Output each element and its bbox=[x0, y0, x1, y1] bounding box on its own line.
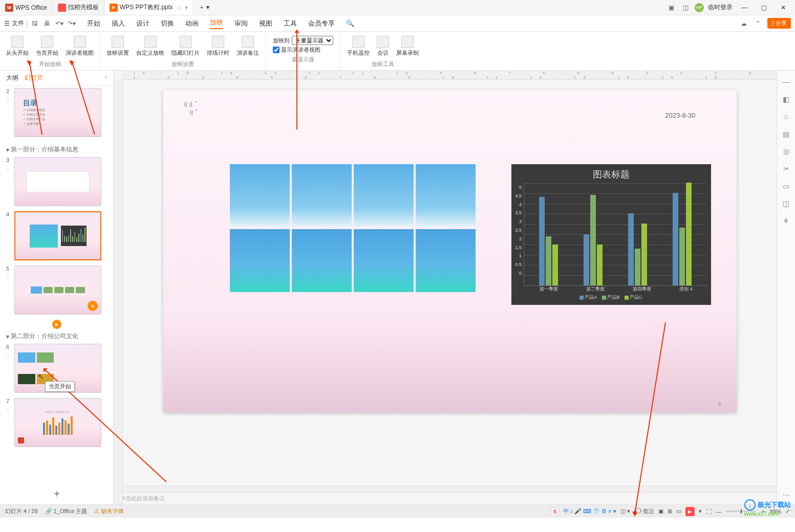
tab-wps[interactable]: WWPS Office bbox=[0, 1, 53, 15]
sp-layer-icon[interactable]: ◫ bbox=[781, 198, 791, 209]
star-icon[interactable]: ☆ bbox=[6, 166, 10, 172]
birds-decoration: 𐐒 𐐒 ˇ 𐐒 ˇ bbox=[184, 100, 198, 117]
wps-logo-icon: W bbox=[5, 4, 13, 12]
minimize-button[interactable]: — bbox=[737, 1, 752, 15]
sp-minus-icon[interactable]: — bbox=[781, 77, 791, 87]
fit-icon[interactable]: ⛶ bbox=[706, 508, 712, 515]
section-header-2[interactable]: ▾ 第二部分：介绍公司文化 bbox=[4, 329, 109, 344]
star-icon[interactable]: ☆ bbox=[6, 97, 10, 103]
star-icon[interactable]: ☆ bbox=[6, 220, 10, 226]
status-note-icon[interactable]: ◫ ▾ bbox=[620, 508, 630, 515]
ime-lang[interactable]: 中 ♪ 🎤 ⌨ 👕 ⚙ ≡ ▾ bbox=[563, 507, 616, 515]
cube-icon[interactable]: ◫ bbox=[680, 3, 691, 13]
slides-tab[interactable]: 幻灯片 bbox=[25, 74, 43, 82]
menu-view[interactable]: 视图 bbox=[259, 19, 272, 28]
slide-canvas[interactable]: 𐐒 𐐒 ˇ 𐐒 ˇ 2023-8-30 图表标题 54.543.532.521.… bbox=[163, 90, 737, 412]
sp-favorite-icon[interactable]: ☆ bbox=[781, 112, 791, 122]
image-grid[interactable] bbox=[230, 164, 476, 292]
file-menu[interactable]: 文件 bbox=[12, 19, 24, 28]
menu-animation[interactable]: 动画 bbox=[185, 19, 199, 28]
presenter-view-button[interactable]: 演讲者视图 bbox=[62, 34, 97, 59]
menu-member[interactable]: 会员专享 bbox=[308, 19, 335, 28]
maximize-button[interactable]: ▢ bbox=[756, 1, 771, 15]
sp-more-icon[interactable]: ⋯ bbox=[781, 490, 791, 500]
print-icon[interactable]: 🖶 bbox=[42, 18, 52, 29]
status-theme[interactable]: 🔗 1_Office 主题 bbox=[45, 507, 88, 515]
menu-transition[interactable]: 切换 bbox=[161, 19, 174, 28]
play-from-start-button[interactable]: 从头开始 bbox=[3, 34, 32, 59]
presenter-notes-button[interactable]: 演讲备注 bbox=[233, 34, 262, 59]
phone-remote-button[interactable]: 手机遥控 bbox=[344, 34, 373, 59]
menu-icon[interactable]: ☰ bbox=[4, 20, 10, 27]
play-dropdown-icon[interactable]: ▾ bbox=[699, 508, 702, 515]
add-slide-icon[interactable]: + bbox=[88, 301, 98, 311]
sp-resource-icon[interactable]: ◎ bbox=[781, 146, 791, 157]
status-missing-font[interactable]: ⚠ 缺失字体 bbox=[94, 507, 123, 515]
ime-icon[interactable]: S bbox=[551, 507, 558, 516]
star-icon[interactable]: ☆ bbox=[6, 407, 10, 413]
menu-review[interactable]: 审阅 bbox=[234, 19, 248, 28]
show-presenter-checkbox[interactable]: 显示演讲者视图 bbox=[273, 46, 333, 54]
chevron-down-icon[interactable]: ▾ bbox=[185, 4, 188, 11]
slideshow-settings-button[interactable]: 放映设置 bbox=[103, 34, 132, 59]
tab-document[interactable]: PWPS PPT教程.pptx○▾ bbox=[104, 1, 194, 15]
search-icon[interactable]: 🔍 bbox=[346, 19, 354, 27]
ribbon-group-tools: 放映工具 bbox=[372, 60, 394, 68]
redo-icon[interactable]: ↷▾ bbox=[67, 18, 77, 29]
close-button[interactable]: ✕ bbox=[776, 1, 791, 15]
sp-share-icon[interactable]: ⚘ bbox=[781, 216, 791, 226]
save-icon[interactable]: 🖫 bbox=[30, 18, 40, 29]
slides-list[interactable]: 2☆ 目录✓ 介绍基本信息✓ 介绍公司文化✓ 介绍合作产品✓ 合作方案 ▾ 第一… bbox=[0, 86, 113, 482]
view-normal-icon[interactable]: ▣ bbox=[658, 508, 663, 515]
outline-tab[interactable]: 大纲 bbox=[6, 74, 18, 82]
play-from-current-button[interactable]: 当页开始 bbox=[33, 34, 61, 59]
view-sorter-icon[interactable]: ⊞ bbox=[668, 508, 672, 515]
custom-slideshow-button[interactable]: 自定义放映 bbox=[133, 34, 167, 59]
meeting-icon bbox=[377, 36, 389, 48]
sp-design-icon[interactable]: ◧ bbox=[781, 94, 791, 104]
zoom-out-icon[interactable]: — bbox=[716, 508, 721, 515]
meeting-button[interactable]: 会议 bbox=[374, 34, 392, 59]
screen-record-button[interactable]: 屏幕录制 bbox=[393, 34, 422, 59]
menu-design[interactable]: 设计 bbox=[136, 19, 149, 28]
menu-insert[interactable]: 插入 bbox=[112, 19, 125, 28]
undo-icon[interactable]: ↶▾ bbox=[54, 18, 65, 29]
collapse-panel-icon[interactable]: ‹ bbox=[105, 74, 107, 82]
panel-icon[interactable]: ▣ bbox=[666, 3, 676, 13]
sp-tool-icon[interactable]: ✂ bbox=[781, 164, 791, 174]
section-header-1[interactable]: ▾ 第一部分：介绍基本信息 bbox=[4, 142, 109, 157]
hide-icon bbox=[180, 36, 192, 48]
status-play-button[interactable]: ▶ bbox=[685, 507, 695, 516]
login-text[interactable]: 临时登录 bbox=[708, 3, 733, 12]
sp-book-icon[interactable]: ▭ bbox=[781, 181, 791, 191]
tab-templates[interactable]: 找稻壳模板 bbox=[53, 1, 104, 15]
sp-comment-icon[interactable]: ▤ bbox=[781, 129, 791, 139]
menu-tools[interactable]: 工具 bbox=[284, 19, 297, 28]
hide-slide-button[interactable]: 隐藏幻灯片 bbox=[168, 34, 203, 59]
avatar[interactable]: WP bbox=[695, 3, 704, 12]
view-reading-icon[interactable]: ▭ bbox=[676, 508, 681, 515]
tab-modified-icon: ○ bbox=[177, 4, 181, 11]
cloud-icon[interactable]: ☁ bbox=[739, 18, 749, 29]
star-icon[interactable]: ☆ bbox=[6, 275, 10, 280]
status-bar: 幻灯片 4 / 28 🔗 1_Office 主题 ⚠ 缺失字体 S 中 ♪ 🎤 … bbox=[0, 504, 795, 518]
collapse-ribbon-icon[interactable]: ⌃ bbox=[753, 18, 763, 29]
chart-xaxis: 第一季度第二季度第四季度类别 4 bbox=[515, 286, 707, 293]
template-icon bbox=[58, 4, 66, 12]
play-from-here-icon[interactable]: ▶ bbox=[52, 320, 61, 329]
rehearse-timings-button[interactable]: 排练计时 bbox=[204, 34, 232, 59]
tooltip: 当页开始 bbox=[45, 381, 75, 392]
display-select[interactable]: 主要显示器 bbox=[292, 36, 333, 45]
new-tab-button[interactable]: ＋ ▾ bbox=[194, 1, 214, 15]
menu-start[interactable]: 开始 bbox=[87, 19, 100, 28]
slide-thumb-5: 5☆ + bbox=[4, 265, 109, 315]
chart[interactable]: 图表标题 54.543.532.521.510.50 第一 bbox=[511, 164, 711, 305]
notes-area[interactable]: 单击此处添加备注 bbox=[114, 492, 777, 504]
star-icon[interactable]: ☆ bbox=[6, 353, 10, 359]
menu-slideshow[interactable]: 放映 bbox=[210, 18, 223, 29]
add-slide-button[interactable]: ＋ bbox=[52, 486, 62, 500]
main-menu: 开始 插入 设计 切换 动画 放映 审阅 视图 工具 会员专享 🔍 bbox=[79, 16, 362, 31]
share-button[interactable]: ⤴ 分享 bbox=[767, 18, 791, 29]
scrollbar-horizontal[interactable] bbox=[123, 486, 777, 492]
status-comment-btn[interactable]: 💬 批注 bbox=[634, 507, 654, 515]
